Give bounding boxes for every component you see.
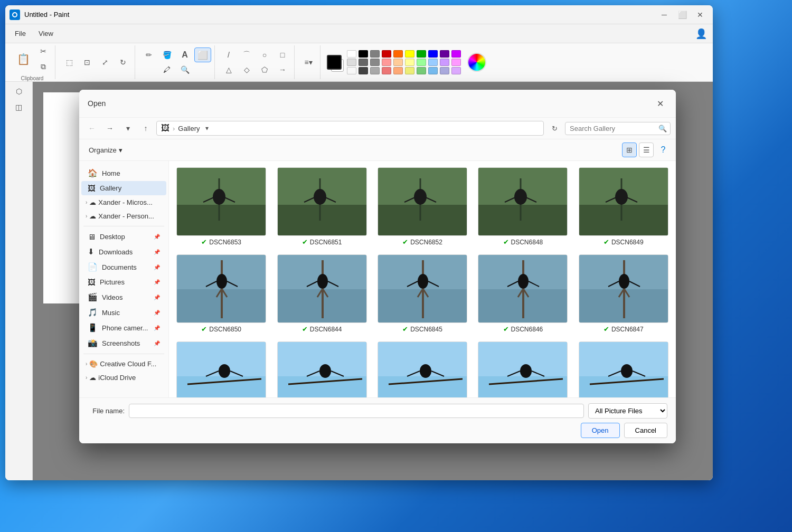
color-cell[interactable] xyxy=(370,59,380,66)
color-cell[interactable] xyxy=(440,67,449,74)
color-cell[interactable] xyxy=(451,50,461,58)
account-icon[interactable]: 👤 xyxy=(694,26,709,41)
minimize-button[interactable]: ─ xyxy=(656,7,673,22)
sidebar-item-icloud-drive[interactable]: › ☁ iCloud Drive xyxy=(81,371,166,384)
color-cell[interactable] xyxy=(428,59,438,66)
fill-button[interactable]: 🪣 xyxy=(158,48,175,62)
search-input[interactable] xyxy=(570,125,658,132)
sidebar-item-xander-ms[interactable]: › ☁ Xander - Micros... xyxy=(81,196,166,209)
color-cell[interactable] xyxy=(370,50,380,58)
color-1[interactable] xyxy=(327,55,342,70)
oval-button[interactable]: ○ xyxy=(256,48,273,62)
sidebar-item-desktop[interactable]: 🖥 Desktop 📌 xyxy=(81,230,166,244)
list-item[interactable]: ✔DSCN6837 xyxy=(576,339,672,397)
dialog-close-button[interactable]: ✕ xyxy=(653,96,667,111)
sidebar-item-downloads[interactable]: ⬇ Downloads 📌 xyxy=(81,244,166,259)
list-item[interactable]: ✔DSCN6851 xyxy=(274,165,370,248)
sidebar-item-documents[interactable]: 📄 Documents 📌 xyxy=(81,260,166,274)
left-tool-2[interactable]: ◫ xyxy=(11,100,27,115)
help-button[interactable]: ? xyxy=(656,142,671,157)
zoom-button[interactable]: 🔍 xyxy=(176,62,193,77)
nav-back-button[interactable]: ← xyxy=(84,121,99,136)
color-cell[interactable] xyxy=(382,50,391,58)
open-button[interactable]: Open xyxy=(581,423,620,438)
list-item[interactable]: ✔DSCN6842 xyxy=(274,339,370,397)
file-type-select[interactable]: All Picture Files xyxy=(588,403,667,419)
paste-button[interactable]: 📋 xyxy=(13,50,34,69)
color-cell[interactable] xyxy=(359,67,368,74)
maximize-button[interactable]: ⬜ xyxy=(674,7,691,22)
menu-view[interactable]: View xyxy=(33,27,59,40)
color-cell[interactable] xyxy=(359,59,368,66)
color-cell[interactable] xyxy=(417,67,426,74)
diamond-button[interactable]: ◇ xyxy=(238,62,255,77)
color-cell[interactable] xyxy=(405,59,414,66)
cancel-button[interactable]: Cancel xyxy=(624,423,667,438)
color-picker-wheel[interactable] xyxy=(467,53,486,72)
color-cell[interactable] xyxy=(393,50,403,58)
list-item[interactable]: ✔DSCN6849 xyxy=(576,165,672,248)
color-cell[interactable] xyxy=(393,67,403,74)
sidebar-item-home[interactable]: 🏠 Home xyxy=(81,166,166,180)
color-cell[interactable] xyxy=(347,67,356,74)
color-cell[interactable] xyxy=(370,67,380,74)
list-item[interactable]: ✔DSCN6847 xyxy=(576,252,672,335)
list-item[interactable]: ✔DSCN6852 xyxy=(374,165,470,248)
sidebar-item-phone-camera[interactable]: 📱 Phone camer... 📌 xyxy=(81,320,166,335)
sidebar-item-screenshots[interactable]: 📸 Screenshots 📌 xyxy=(81,336,166,350)
list-item[interactable]: ✔DSCN6844 xyxy=(274,252,370,335)
color-cell[interactable] xyxy=(428,50,438,58)
color-cell[interactable] xyxy=(451,67,461,74)
crop-button[interactable]: ⊡ xyxy=(79,55,96,70)
sidebar-item-pictures[interactable]: 🖼 Pictures 📌 xyxy=(81,275,166,289)
stroke-dropdown[interactable]: ≡▾ xyxy=(300,55,317,70)
list-item[interactable]: ✔DSCN6853 xyxy=(173,165,269,248)
color-cell[interactable] xyxy=(382,59,391,66)
triangle-button[interactable]: △ xyxy=(220,62,237,77)
refresh-button[interactable]: ↻ xyxy=(547,121,562,136)
color-cell[interactable] xyxy=(451,59,461,66)
select-all-button[interactable]: ⬚ xyxy=(61,55,78,70)
organize-button[interactable]: Organize ▾ xyxy=(84,144,127,156)
color-cell[interactable] xyxy=(440,50,449,58)
sidebar-item-creative-cloud[interactable]: › 🎨 Creative Cloud F... xyxy=(81,357,166,370)
eraser-active-button[interactable]: ⬜ xyxy=(194,48,211,62)
sidebar-item-gallery[interactable]: 🖼 Gallery xyxy=(81,181,166,195)
color-pick-button[interactable]: 🖍 xyxy=(158,62,175,77)
color-cell[interactable] xyxy=(359,50,368,58)
color-cell[interactable] xyxy=(440,59,449,66)
color-cell[interactable] xyxy=(382,67,391,74)
file-name-input[interactable] xyxy=(129,404,584,418)
arrow-button[interactable]: → xyxy=(274,62,291,77)
color-cell[interactable] xyxy=(417,59,426,66)
pencil-button[interactable]: ✏ xyxy=(140,48,157,62)
list-item[interactable]: ✔DSCN6848 xyxy=(475,165,571,248)
pentagon-button[interactable]: ⬠ xyxy=(256,62,273,77)
color-cell[interactable] xyxy=(417,50,426,58)
line-button[interactable]: / xyxy=(220,48,237,62)
resize-button[interactable]: ⤢ xyxy=(97,55,114,70)
rect-button[interactable]: □ xyxy=(274,48,291,62)
sidebar-item-xander-personal[interactable]: › ☁ Xander - Person... xyxy=(81,210,166,223)
menu-file[interactable]: File xyxy=(10,27,31,40)
list-item[interactable]: ✔DSCN6846 xyxy=(475,252,571,335)
color-cell[interactable] xyxy=(405,67,414,74)
address-dropdown-button[interactable]: ▾ xyxy=(203,124,211,133)
color-cell[interactable] xyxy=(393,59,403,66)
color-cell[interactable] xyxy=(347,59,356,66)
nav-recent-button[interactable]: ▾ xyxy=(120,121,135,136)
list-item[interactable]: ✔DSCN6841 xyxy=(475,339,571,397)
text-button[interactable]: A xyxy=(176,48,193,62)
list-item[interactable]: ✔DSCN6843 xyxy=(173,339,269,397)
nav-forward-button[interactable]: → xyxy=(102,121,117,136)
sidebar-item-videos[interactable]: 🎬 Videos 📌 xyxy=(81,290,166,305)
list-item[interactable]: ✔DSCN6840 xyxy=(374,339,470,397)
large-icons-view-button[interactable]: ⊞ xyxy=(622,142,637,157)
left-tool-1[interactable]: ⬡ xyxy=(11,84,27,99)
rotate-button[interactable]: ↻ xyxy=(115,55,131,70)
list-item[interactable]: ✔DSCN6845 xyxy=(374,252,470,335)
nav-up-button[interactable]: ↑ xyxy=(138,121,153,136)
color-cell[interactable] xyxy=(428,67,438,74)
close-button[interactable]: ✕ xyxy=(692,7,709,22)
cut-button[interactable]: ✂ xyxy=(35,44,52,59)
